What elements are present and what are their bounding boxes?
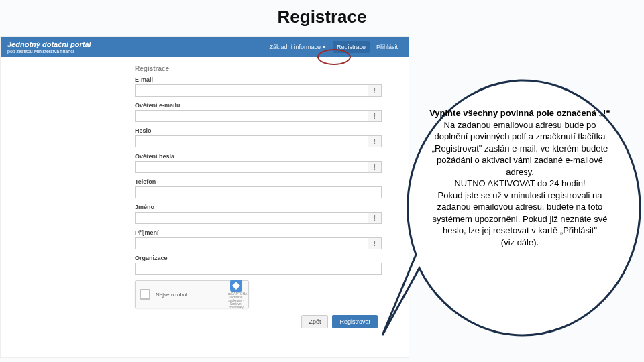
field-organization: Organizace [135,255,382,275]
top-nav: Základní informace Registrace Přihlásit [265,41,402,53]
nav-basic-info-label: Základní informace [269,44,321,50]
bubble-line3: NUTNO AKTIVOVAT do 24 hodin! [426,178,614,190]
input-lastname[interactable] [135,237,368,249]
input-organization[interactable] [135,263,382,275]
recaptcha-icon [230,280,242,292]
form-panel: Registrace E-mail ! Ověření e-mailu ! He… [1,57,409,334]
brand-subtitle: pod záštitou Ministerstva financí [7,49,91,54]
field-password-confirm: Ověření hesla ! [135,153,382,173]
input-password-confirm[interactable] [135,161,368,173]
input-phone[interactable] [135,186,382,198]
field-email-confirm: Ověření e-mailu ! [135,102,382,122]
bubble-line2: Na zadanou emailovou adresu bude po dopl… [426,119,614,178]
recaptcha-logo: reCAPTCHA Ochrana soukromí - Smluvní pod… [228,280,244,309]
bubble-line1: Vyplňte všechny povinná pole označená „!… [426,107,614,119]
bubble-line4: Pokud jste se už v minulosti registroval… [426,190,614,237]
label-phone: Telefon [135,178,382,185]
back-button[interactable]: Zpět [301,315,328,328]
app-screenshot: Jednotný dotační portál pod záštitou Min… [0,36,409,358]
field-email: E-mail ! [135,76,382,97]
recaptcha-checkbox[interactable] [140,289,150,300]
nav-login-label: Přihlásit [376,44,398,50]
chevron-down-icon [322,46,326,48]
speech-bubble: Vyplňte všechny povinná pole označená „!… [379,60,641,342]
recaptcha[interactable]: Nejsem robot reCAPTCHA Ochrana soukromí … [135,280,249,308]
field-firstname: Jméno ! [135,204,382,224]
label-email-confirm: Ověření e-mailu [135,102,382,109]
label-organization: Organizace [135,255,382,261]
slide-title: Registrace [0,0,644,32]
bubble-line5: (viz dále). [426,237,614,249]
bubble-text: Vyplňte všechny povinná pole označená „!… [426,107,614,249]
button-row: Zpět Registrovat [135,315,382,328]
nav-login[interactable]: Přihlásit [372,41,402,53]
label-password-confirm: Ověření hesla [135,153,382,160]
nav-register[interactable]: Registrace [333,41,370,53]
label-firstname: Jméno [135,204,382,210]
field-phone: Telefon [135,178,382,198]
label-lastname: Příjmení [135,229,382,236]
slide: Registrace Jednotný dotační portál pod z… [0,0,644,362]
recaptcha-label: Nejsem robot [156,292,228,298]
field-password: Heslo ! [135,127,382,147]
label-email: E-mail [135,76,382,83]
label-password: Heslo [135,127,382,134]
recaptcha-terms: Ochrana soukromí - Smluvní podmínky [228,296,244,309]
nav-basic-info[interactable]: Základní informace [265,41,330,53]
brand-title: Jednotný dotační portál [7,40,91,48]
app-topbar: Jednotný dotační portál pod záštitou Min… [1,37,409,57]
brand: Jednotný dotační portál pod záštitou Min… [7,40,91,54]
input-firstname[interactable] [135,212,368,224]
panel-title: Registrace [135,65,382,72]
register-button[interactable]: Registrovat [332,315,378,328]
input-email[interactable] [135,84,368,97]
input-password[interactable] [135,135,368,147]
field-lastname: Příjmení ! [135,229,382,249]
nav-register-label: Registrace [337,44,366,50]
input-email-confirm[interactable] [135,110,368,122]
